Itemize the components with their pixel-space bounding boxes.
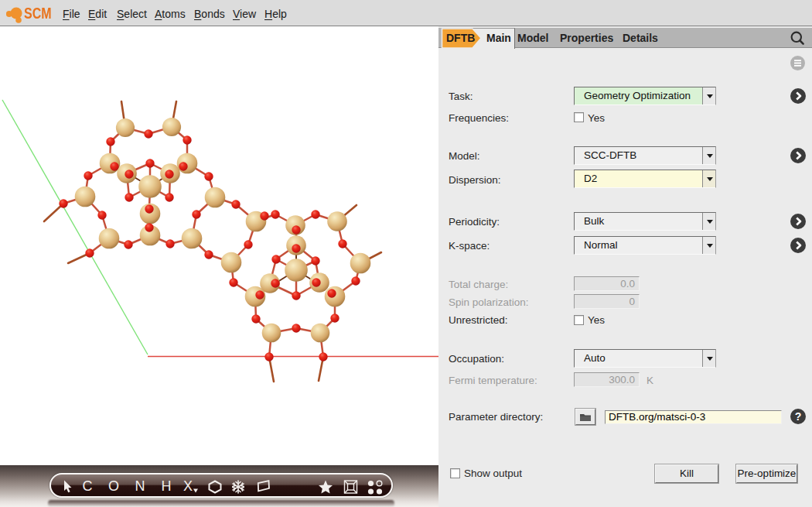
svg-text:H: H xyxy=(162,478,172,494)
svg-text:O: O xyxy=(108,478,119,494)
svg-text:C: C xyxy=(83,478,93,494)
svg-text:N: N xyxy=(135,478,145,494)
svg-text:X: X xyxy=(183,478,193,494)
